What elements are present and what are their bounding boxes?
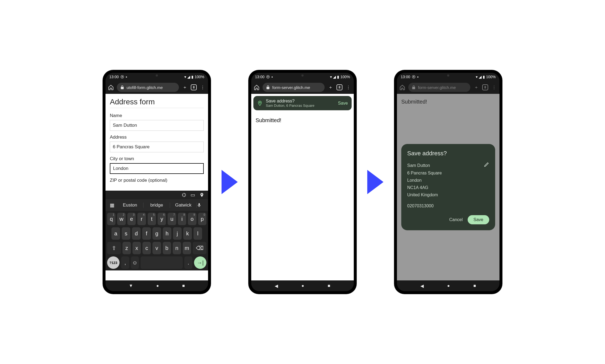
suggestion-2[interactable]: bridge xyxy=(144,202,170,208)
comma-key[interactable]: , xyxy=(121,256,129,269)
key-y[interactable]: y6 xyxy=(158,213,166,225)
wifi-icon: ▾ xyxy=(184,75,186,79)
nav-back-icon[interactable]: ▼ xyxy=(129,283,133,288)
period-key[interactable]: . xyxy=(184,256,192,269)
nav-home-icon[interactable]: ● xyxy=(156,283,159,288)
pin-icon xyxy=(257,101,263,106)
new-tab-icon[interactable]: ＋ xyxy=(327,84,334,91)
address-input[interactable] xyxy=(110,142,204,152)
suggestion-1[interactable]: Euston xyxy=(117,202,144,208)
key-r[interactable]: r4 xyxy=(137,213,146,225)
card-icon[interactable]: ▭ xyxy=(191,192,195,198)
status-time: 13:00 xyxy=(401,75,410,79)
new-tab-icon[interactable]: ＋ xyxy=(473,84,480,91)
key-u[interactable]: u7 xyxy=(168,213,176,225)
lock-icon xyxy=(120,85,124,90)
url-bar[interactable]: form-server.glitch.me xyxy=(263,83,325,92)
tab-count[interactable]: 8 xyxy=(337,84,342,90)
key-f[interactable]: f xyxy=(142,227,151,240)
camera-notch xyxy=(156,74,158,77)
name-input[interactable] xyxy=(110,120,204,131)
grid-icon[interactable]: ▦ xyxy=(107,202,117,208)
enter-key[interactable]: →| xyxy=(194,256,206,269)
space-key[interactable] xyxy=(141,256,183,269)
battery-text: 100% xyxy=(195,75,204,79)
battery-icon: ▮ xyxy=(483,75,485,79)
menu-icon[interactable]: ⋮ xyxy=(345,84,352,91)
key-c[interactable]: c xyxy=(142,242,151,254)
key-g[interactable]: g xyxy=(152,227,161,240)
nav-home-icon[interactable]: ● xyxy=(447,283,450,288)
signal-icon: ◢ xyxy=(333,75,336,79)
key-m[interactable]: m xyxy=(183,242,191,254)
dialog-backdrop: Save address? Sam Dutton 6 Pancras Squar… xyxy=(397,94,499,280)
key-b[interactable]: b xyxy=(163,242,171,254)
key-i[interactable]: i8 xyxy=(178,213,186,225)
new-tab-icon[interactable]: ＋ xyxy=(182,84,188,91)
key-l[interactable]: l xyxy=(193,227,202,240)
nav-recent-icon[interactable]: ■ xyxy=(182,283,185,288)
home-icon[interactable] xyxy=(399,84,406,91)
address-line-city: London xyxy=(407,177,442,184)
save-button[interactable]: Save xyxy=(468,215,489,224)
key-e[interactable]: e3 xyxy=(127,213,136,225)
tab-count[interactable]: 8 xyxy=(191,84,197,90)
banner-save-button[interactable]: Save xyxy=(338,101,348,106)
phone-3: 13:00 ⦿ ▪ ▾ ◢ ▮ 100% form-server.glitch.… xyxy=(394,70,502,294)
menu-icon[interactable]: ⋮ xyxy=(199,84,206,91)
key-v[interactable]: v xyxy=(152,242,161,254)
page-content: Submitted! Save address? Sam Dutton 6 Pa… xyxy=(397,94,499,280)
pin-icon[interactable] xyxy=(199,193,204,197)
status-time: 13:00 xyxy=(109,75,119,79)
key-d[interactable]: d xyxy=(132,227,141,240)
emoji-key[interactable]: ☺ xyxy=(131,256,139,269)
nav-back-icon[interactable]: ◀ xyxy=(420,283,424,289)
key-t[interactable]: t5 xyxy=(148,213,156,225)
keyboard: ⌬ ▭ ▦ Euston bridge Gatwick q1w2e3 xyxy=(106,191,208,270)
home-icon[interactable] xyxy=(253,84,260,91)
camera-notch xyxy=(447,74,449,77)
key-p[interactable]: p0 xyxy=(198,213,206,225)
tab-count[interactable]: 8 xyxy=(482,84,488,90)
key-n[interactable]: n xyxy=(173,242,181,254)
status-bar: 13:00 ⦿ ▪ ▾ ◢ ▮ 100% xyxy=(397,73,499,81)
wifi-icon: ▾ xyxy=(476,75,478,79)
key-j[interactable]: j xyxy=(173,227,182,240)
lock-icon xyxy=(266,85,270,90)
status-icon-square: ▪ xyxy=(126,75,127,79)
edit-icon[interactable] xyxy=(484,162,489,167)
suggestion-3[interactable]: Gatwick xyxy=(170,202,197,208)
key-q[interactable]: q1 xyxy=(107,213,115,225)
home-icon[interactable] xyxy=(108,84,114,91)
key-a[interactable]: a xyxy=(111,227,120,240)
url-bar[interactable]: form-server.glitch.me xyxy=(408,83,470,92)
backspace-key[interactable]: ⌫ xyxy=(193,242,206,254)
camera-notch xyxy=(301,74,304,77)
nav-recent-icon[interactable]: ■ xyxy=(473,283,476,288)
key-k[interactable]: k xyxy=(183,227,192,240)
banner-title: Save address? xyxy=(266,99,335,104)
city-input[interactable] xyxy=(110,163,204,174)
menu-icon[interactable]: ⋮ xyxy=(491,84,497,91)
key-h[interactable]: h xyxy=(163,227,171,240)
key-icon[interactable]: ⌬ xyxy=(182,192,186,198)
key-s[interactable]: s xyxy=(122,227,130,240)
battery-text: 100% xyxy=(486,75,496,79)
symbols-key[interactable]: ?123 xyxy=(107,256,120,269)
key-z[interactable]: z xyxy=(123,242,131,254)
key-w[interactable]: w2 xyxy=(117,213,125,225)
submitted-text: Submitted! xyxy=(251,112,354,128)
key-x[interactable]: x xyxy=(132,242,141,254)
save-address-banner: Save address? Sam Dutton, 6 Pancras Squa… xyxy=(253,96,352,110)
shift-key[interactable]: ⇧ xyxy=(107,242,121,254)
nav-back-icon[interactable]: ◀ xyxy=(275,283,278,289)
url-bar[interactable]: utofill-form.glitch.me xyxy=(117,83,179,92)
save-address-dialog: Save address? Sam Dutton 6 Pancras Squar… xyxy=(401,144,495,230)
signal-icon: ◢ xyxy=(187,75,190,79)
cancel-button[interactable]: Cancel xyxy=(449,217,463,222)
signal-icon: ◢ xyxy=(479,75,482,79)
nav-recent-icon[interactable]: ■ xyxy=(328,283,330,288)
mic-icon[interactable] xyxy=(197,203,206,208)
nav-home-icon[interactable]: ● xyxy=(301,283,304,288)
key-o[interactable]: o9 xyxy=(188,213,196,225)
